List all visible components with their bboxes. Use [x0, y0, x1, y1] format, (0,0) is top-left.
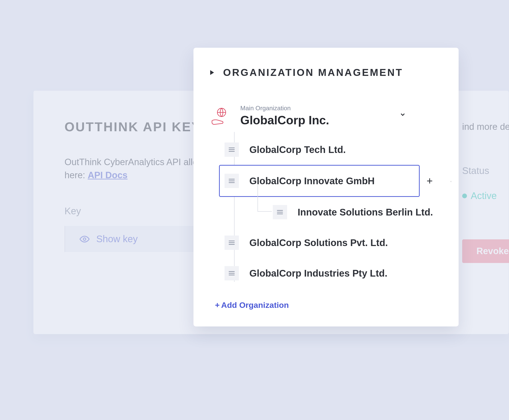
- org-panel-heading: ORGANIZATION MANAGEMENT: [223, 67, 403, 78]
- main-org-text: Main Organization GlobalCorp Inc.: [240, 105, 329, 127]
- drag-handle-icon[interactable]: [273, 205, 287, 219]
- main-org-label: Main Organization: [240, 105, 329, 112]
- status-column-label: Status: [462, 165, 489, 176]
- plus-icon: +: [215, 300, 220, 310]
- drag-handle-icon[interactable]: [224, 266, 239, 280]
- org-tree: GlobalCorp Tech Ltd. GlobalCorp Innovate…: [220, 134, 442, 289]
- org-node-label: GlobalCorp Innovate GmbH: [249, 176, 375, 186]
- api-desc-line1: OutThink CyberAnalytics API allow: [64, 157, 204, 167]
- drag-handle-icon[interactable]: [224, 142, 239, 157]
- more-actions-button[interactable]: ·: [449, 176, 452, 186]
- find-more-text: ind more det: [462, 122, 509, 132]
- right-column-stack: ind more det Status Active Revoke: [462, 122, 509, 263]
- status-value: Active: [462, 190, 497, 201]
- show-key-label: Show key: [96, 234, 138, 244]
- org-node-label: GlobalCorp Tech Ltd.: [249, 144, 346, 155]
- svg-point-0: [83, 238, 86, 240]
- add-organization-button[interactable]: +Add Organization: [215, 300, 289, 310]
- org-node[interactable]: Innovate Solutions Berlin Ltd.: [244, 197, 442, 227]
- org-node[interactable]: GlobalCorp Industries Pty Ltd.: [220, 258, 442, 289]
- main-org-row[interactable]: Main Organization GlobalCorp Inc.: [210, 105, 442, 127]
- org-node[interactable]: GlobalCorp Solutions Pvt. Ltd.: [220, 227, 442, 258]
- org-node-label: GlobalCorp Industries Pty Ltd.: [249, 268, 387, 279]
- org-panel-header[interactable]: ORGANIZATION MANAGEMENT: [210, 67, 442, 78]
- drag-handle-icon[interactable]: [224, 174, 239, 188]
- api-desc-line2-prefix: here:: [64, 170, 88, 180]
- api-docs-link[interactable]: API Docs: [88, 170, 128, 180]
- org-node-label: Innovate Solutions Berlin Ltd.: [298, 207, 433, 218]
- eye-icon: [79, 234, 90, 244]
- revoke-button[interactable]: Revoke: [462, 239, 509, 263]
- org-node-selected[interactable]: GlobalCorp Innovate GmbH + ·: [219, 165, 420, 197]
- org-management-panel: ORGANIZATION MANAGEMENT Main Organizatio…: [193, 48, 459, 326]
- org-node-label: GlobalCorp Solutions Pvt. Ltd.: [249, 237, 388, 248]
- drag-handle-icon[interactable]: [224, 236, 239, 250]
- collapse-triangle-icon: [210, 70, 214, 75]
- chevron-down-icon[interactable]: [399, 111, 406, 119]
- org-node[interactable]: GlobalCorp Tech Ltd.: [220, 134, 442, 165]
- org-child-block: Innovate Solutions Berlin Ltd.: [244, 197, 442, 227]
- main-org-name: GlobalCorp Inc.: [240, 114, 329, 127]
- globe-hand-icon: [210, 106, 229, 126]
- org-node-actions: + ·: [427, 176, 452, 186]
- status-text: Active: [471, 190, 497, 201]
- add-organization-label: Add Organization: [221, 300, 289, 310]
- status-dot-icon: [462, 194, 467, 198]
- add-child-button[interactable]: +: [427, 176, 433, 186]
